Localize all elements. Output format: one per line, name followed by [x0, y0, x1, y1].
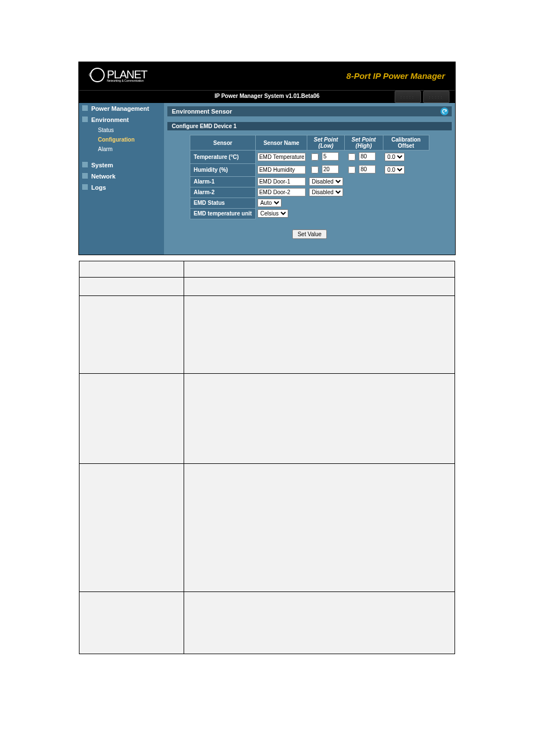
nav-env-alarm[interactable]: Alarm [79, 144, 164, 154]
refresh-icon[interactable] [441, 107, 448, 115]
sidebar: Power Management Environment Status Conf… [79, 103, 164, 255]
alarm2-name-input[interactable] [257, 188, 306, 196]
alarm2-select[interactable]: Disabled [309, 188, 343, 196]
temp-high-input[interactable] [359, 152, 376, 161]
nav-power-management[interactable]: Power Management [79, 103, 164, 114]
section-title: Environment Sensor [167, 106, 452, 116]
hum-name-input[interactable] [257, 166, 306, 174]
status-row: IP Power Manager System v1.01.Beta06 :::… [79, 90, 455, 103]
nav-system[interactable]: System [79, 159, 164, 171]
nav-network[interactable]: Network [79, 171, 164, 182]
emd-status-select[interactable]: Auto [257, 199, 282, 207]
temp-low-input[interactable] [322, 152, 339, 161]
temp-calib-select[interactable]: 0.0 [385, 153, 405, 161]
alarm1-select[interactable]: Disabled [309, 177, 343, 186]
description-panel [79, 261, 455, 654]
hum-low-checkbox[interactable] [311, 166, 318, 173]
hum-high-checkbox[interactable] [348, 166, 355, 173]
row-emd-status-label: EMD Status [190, 198, 256, 208]
nav-environment[interactable]: Environment [79, 114, 164, 125]
logo-subtext: Networking & Communication [107, 79, 147, 82]
th-sp-low: Set Point (Low) [307, 135, 345, 151]
alarm1-name-input[interactable] [257, 177, 306, 186]
nav-env-status[interactable]: Status [79, 125, 164, 135]
section-title-text: Environment Sensor [172, 108, 232, 115]
emd-unit-select[interactable]: Celsius [257, 209, 288, 218]
config-table: Sensor Sensor Name Set Point (Low) Set P… [190, 135, 429, 219]
system-version: IP Power Manager System v1.01.Beta06 [214, 93, 320, 99]
nav-env-configuration[interactable]: Configuration [79, 135, 164, 144]
th-calib: Calibration Offset [383, 135, 429, 151]
hum-low-input[interactable] [322, 165, 339, 173]
row-temp-label: Temperature (°C) [190, 151, 256, 164]
main-area: Environment Sensor Configure EMD Device … [164, 103, 455, 255]
temp-name-input[interactable] [257, 153, 306, 161]
set-value-button[interactable]: Set Value [292, 229, 327, 239]
row-hum-label: Humidity (%) [190, 163, 256, 176]
row-alarm1-label: Alarm-1 [190, 176, 256, 187]
row-alarm2-label: Alarm-2 [190, 187, 256, 198]
temp-high-checkbox[interactable] [348, 153, 355, 161]
th-sensor: Sensor [190, 135, 256, 151]
row-emd-unit-label: EMD temperature unit [190, 208, 256, 219]
status-slot-2: ::::: [423, 91, 449, 103]
product-title: 8-Port IP Power Manager [346, 71, 445, 81]
logo-icon [90, 68, 105, 82]
nav-logs[interactable]: Logs [79, 182, 164, 193]
hum-calib-select[interactable]: 0.0 [385, 166, 405, 174]
th-sp-high: Set Point (High) [344, 135, 383, 151]
temp-low-checkbox[interactable] [311, 153, 318, 161]
hum-high-input[interactable] [359, 165, 376, 173]
brand-logo: PLANET Networking & Communication [90, 68, 147, 82]
top-bar: PLANET Networking & Communication 8-Port… [79, 62, 455, 90]
status-slot-1: ::::: [395, 91, 421, 103]
app-frame: PLANET Networking & Communication 8-Port… [78, 62, 456, 255]
sub-title: Configure EMD Device 1 [167, 122, 452, 130]
th-sensor-name: Sensor Name [255, 135, 307, 151]
